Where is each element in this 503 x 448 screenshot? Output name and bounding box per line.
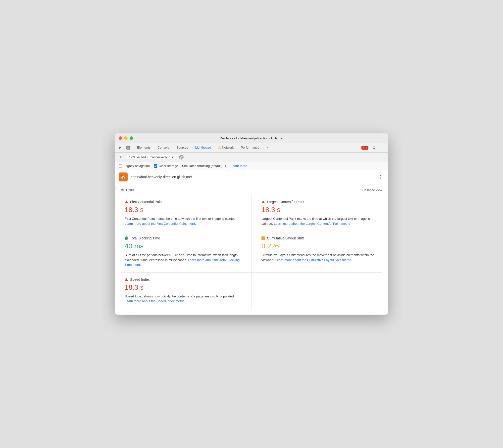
- svg-rect-1: [127, 147, 129, 149]
- devtools-tabs-bar: Elements Console Sources Lighthouse ⚠ Ne…: [115, 143, 388, 153]
- metric-cls-indicator-icon: [261, 236, 265, 240]
- metric-fcp-indicator-icon: [125, 200, 128, 203]
- metric-tbt-name: Total Blocking Time: [130, 236, 160, 240]
- metric-si: Speed Index 18.3 s Speed Index shows how…: [121, 273, 252, 309]
- session-dropdown-icon[interactable]: ▼: [171, 156, 174, 159]
- traffic-lights: [119, 136, 133, 140]
- metric-si-learn-more-link[interactable]: Learn more about the Speed Index metric: [125, 299, 184, 303]
- toolbar: + 12:35:47 PM - foul-heavenly-c ▼: [115, 153, 388, 162]
- main-content: METRICS Collapse view First Contentful P…: [115, 184, 388, 315]
- session-separator: -: [147, 156, 148, 159]
- minimize-button[interactable]: [124, 136, 128, 140]
- tab-lighthouse[interactable]: Lighthouse: [192, 143, 215, 152]
- metric-lcp-header: Largest Contentful Paint: [261, 200, 376, 204]
- metric-cls-description: Cumulative Layout Shift measures the mov…: [261, 253, 376, 262]
- metric-si-indicator-icon: [125, 278, 128, 281]
- metric-lcp-name: Largest Contentful Paint: [267, 200, 304, 204]
- session-time: 12:35:47 PM: [129, 156, 146, 159]
- maximize-button[interactable]: [130, 136, 133, 140]
- metric-cls-header: Cumulative Layout Shift: [261, 236, 376, 240]
- metric-si-name: Speed Index: [130, 278, 150, 281]
- tabs-list: Elements Console Sources Lighthouse ⚠ Ne…: [134, 143, 361, 152]
- metric-fcp-name: First Contentful Paint: [130, 200, 163, 204]
- metric-lcp-learn-more-link[interactable]: Learn more about the Largest Contentful …: [274, 222, 350, 225]
- metric-si-value: 18.3 s: [125, 283, 241, 291]
- svg-line-3: [180, 156, 182, 158]
- url-bar: 🏠 https://foul-heavenly-direction.glitch…: [115, 170, 388, 184]
- metrics-section-title: METRICS: [121, 188, 136, 192]
- session-url: foul-heavenly-c: [150, 156, 170, 159]
- metric-lcp-indicator-icon: [261, 200, 265, 203]
- metrics-header: METRICS Collapse view: [121, 184, 382, 195]
- no-throttle-icon[interactable]: [179, 155, 184, 160]
- metric-si-header: Speed Index: [125, 278, 241, 281]
- metric-cls-name: Cumulative Layout Shift: [267, 236, 304, 240]
- legacy-navigation-label[interactable]: Legacy navigation: [119, 164, 150, 168]
- tab-network[interactable]: ⚠ Network: [214, 143, 237, 152]
- metric-lcp-description: Largest Contentful Paint marks the time …: [261, 216, 376, 226]
- metric-fcp-header: First Contentful Paint: [125, 200, 241, 204]
- settings-icon[interactable]: ⚙: [370, 144, 377, 151]
- metric-si-description: Speed Index shows how quickly the conten…: [125, 294, 241, 304]
- metric-fcp: First Contentful Paint 18.3 s First Cont…: [121, 195, 252, 231]
- collapse-view-button[interactable]: Collapse view: [362, 188, 382, 192]
- clear-storage-checkbox[interactable]: [154, 164, 157, 168]
- close-button[interactable]: [119, 136, 122, 140]
- title-bar: DevTools - foul-heavenly-direction.glitc…: [115, 133, 388, 143]
- metric-tbt-value: 40 ms: [125, 242, 241, 250]
- add-session-button[interactable]: +: [118, 154, 124, 160]
- throttle-dropdown-icon: ▼: [224, 165, 227, 168]
- metric-tbt-description: Sum of all time periods between FCP and …: [125, 253, 241, 267]
- error-badge[interactable]: ✕ 4: [361, 146, 368, 150]
- more-options-icon[interactable]: ⋮: [379, 144, 386, 151]
- metric-lcp: Largest Contentful Paint 18.3 s Largest …: [252, 195, 382, 231]
- metric-fcp-learn-more-link[interactable]: Learn more about the First Contentful Pa…: [125, 222, 196, 225]
- metric-tbt: Total Blocking Time 40 ms Sum of all tim…: [121, 231, 252, 273]
- tab-elements[interactable]: Elements: [134, 143, 154, 152]
- metric-cls-learn-more-link[interactable]: Learn more about the Cumulative Layout S…: [275, 258, 351, 262]
- lighthouse-favicon-icon: 🏠: [119, 172, 128, 181]
- metric-fcp-value: 18.3 s: [125, 206, 241, 214]
- devtools-window: DevTools - foul-heavenly-direction.glitc…: [115, 133, 388, 315]
- network-warning-icon: ⚠: [218, 146, 221, 149]
- throttling-select[interactable]: Simulated throttling (default) ▼: [182, 164, 227, 168]
- metric-cls: Cumulative Layout Shift 0.226 Cumulative…: [252, 231, 382, 273]
- tab-performance[interactable]: Performance: [237, 143, 263, 152]
- session-info[interactable]: 12:35:47 PM - foul-heavenly-c ▼: [127, 155, 176, 160]
- clear-storage-label[interactable]: Clear storage: [154, 164, 178, 168]
- tabs-right-controls: ✕ 4 ⚙ ⋮: [361, 144, 386, 151]
- metric-fcp-description: First Contentful Paint marks the time at…: [125, 216, 241, 226]
- metric-cls-value: 0.226: [261, 242, 376, 250]
- metric-lcp-value: 18.3 s: [261, 206, 376, 214]
- options-bar: Legacy navigation Clear storage Simulate…: [115, 162, 388, 170]
- devtools-icons: [117, 144, 132, 151]
- window-title: DevTools - foul-heavenly-direction.glitc…: [220, 136, 283, 140]
- tab-console[interactable]: Console: [154, 143, 173, 152]
- url-more-options-icon[interactable]: ⋮: [377, 173, 384, 181]
- error-x-icon: ✕: [363, 146, 365, 149]
- url-text: https://foul-heavenly-direction.glitch.m…: [131, 175, 374, 179]
- metric-tbt-header: Total Blocking Time: [125, 236, 241, 240]
- cursor-icon[interactable]: [117, 144, 124, 151]
- metrics-grid: First Contentful Paint 18.3 s First Cont…: [121, 195, 382, 309]
- learn-more-link[interactable]: Learn more: [231, 164, 247, 168]
- metric-tbt-indicator-icon: [125, 236, 128, 240]
- tab-more[interactable]: »: [263, 143, 271, 152]
- legacy-navigation-checkbox[interactable]: [119, 164, 122, 168]
- tab-sources[interactable]: Sources: [173, 143, 192, 152]
- inspect-icon[interactable]: [125, 144, 132, 151]
